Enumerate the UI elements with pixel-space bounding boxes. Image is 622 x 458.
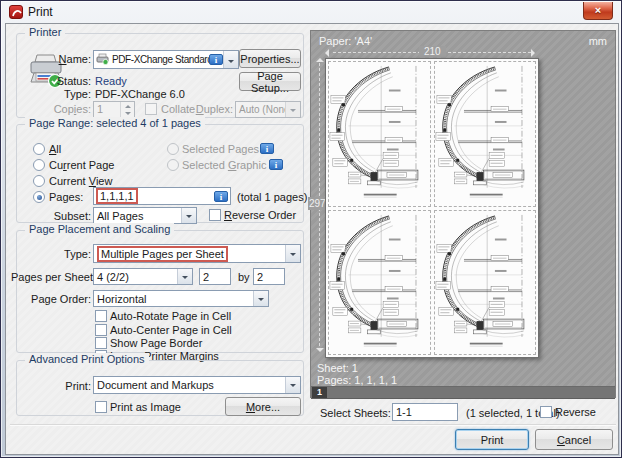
pages-radio[interactable] xyxy=(33,191,45,203)
copies-value: 1 xyxy=(94,102,120,117)
print-button[interactable]: Print xyxy=(455,429,529,450)
duplex-value: Auto (None) xyxy=(236,104,285,115)
copies-up-icon[interactable] xyxy=(121,102,134,110)
placement-type-annotation: Multiple Pages per Sheet xyxy=(97,246,228,262)
advanced-group: Advanced Print Options Print: Document a… xyxy=(16,360,304,416)
mini-printer-icon xyxy=(96,53,109,67)
advanced-print-dropdown-arrow-icon[interactable] xyxy=(285,377,300,393)
close-button[interactable]: × xyxy=(583,2,613,20)
reverse-order-checkbox[interactable] xyxy=(209,209,221,221)
grid-rows-input[interactable] xyxy=(253,268,285,285)
properties-button[interactable]: Properties... xyxy=(239,49,301,68)
pages-info-icon[interactable]: i xyxy=(214,191,228,202)
preview-cells xyxy=(327,60,537,356)
pages-per-sheet-label: Pages per Sheet: xyxy=(11,271,91,283)
duplex-dropdown-arrow-icon xyxy=(285,102,300,117)
subset-dropdown-arrow-icon[interactable] xyxy=(181,208,196,223)
status-label: Status: xyxy=(55,75,91,87)
selected-pages-label: Selected Pages xyxy=(182,143,259,155)
paper-size-label: Paper: 'A4' xyxy=(319,35,372,47)
paper-height-value: 297 xyxy=(308,197,327,210)
collate-checkbox[interactable] xyxy=(145,103,157,115)
print-as-image-label: Print as Image xyxy=(110,401,181,413)
preview-page-cell xyxy=(434,61,537,207)
pages-label: Pages: xyxy=(49,191,83,203)
placement-type-dropdown-arrow-icon[interactable] xyxy=(285,245,300,262)
status-value: Ready xyxy=(95,75,127,87)
dialog-content: Printer Name: PDF-XChange Stan xyxy=(5,23,619,455)
printer-name-combobox[interactable]: PDF-XChange Standard V6 i xyxy=(93,50,239,69)
duplex-combobox[interactable]: Auto (None) xyxy=(235,101,301,118)
preview-page-cell xyxy=(328,210,431,356)
page-setup-button[interactable]: Page Setup... xyxy=(239,72,301,91)
printer-dropdown-arrow-icon[interactable] xyxy=(223,51,238,68)
printer-group-label: Printer xyxy=(25,26,65,38)
printer-type-value: PDF-XChange 6.0 xyxy=(95,88,185,100)
subset-value: All Pages xyxy=(94,210,181,222)
sheet-info: Sheet: 1 xyxy=(317,362,358,374)
advanced-print-value: Document and Markups xyxy=(94,379,285,391)
all-label: All xyxy=(49,143,61,155)
pages-per-sheet-dropdown-arrow-icon[interactable] xyxy=(177,269,192,284)
sheet-tab-strip: 1 xyxy=(311,386,615,399)
printer-info-icon[interactable]: i xyxy=(209,54,223,65)
pages-value-annotation: 1,1,1,1 xyxy=(96,188,138,204)
advanced-print-combobox[interactable]: Document and Markups xyxy=(93,376,301,394)
selected-graphic-radio[interactable] xyxy=(167,159,179,171)
footer-divider xyxy=(10,424,616,426)
window-title: Print xyxy=(28,5,53,19)
select-sheets-label: Select Sheets: xyxy=(320,407,391,419)
current-page-radio[interactable] xyxy=(33,159,45,171)
placement-type-label: Type: xyxy=(57,248,91,260)
duplex-label: Duplex: xyxy=(185,103,233,115)
preview-page-cell xyxy=(328,61,431,207)
copies-stepper[interactable]: 1 xyxy=(93,101,135,118)
auto-rotate-label: Auto-Rotate Page in Cell xyxy=(110,310,231,322)
subset-label: Subset: xyxy=(53,210,91,222)
grid-columns-input[interactable] xyxy=(199,268,231,285)
auto-rotate-checkbox[interactable] xyxy=(95,310,107,322)
by-label: by xyxy=(238,271,250,283)
current-page-label: Current Page xyxy=(49,159,114,171)
pages-input[interactable]: 1,1,1,1 i xyxy=(93,187,231,205)
print-as-image-checkbox[interactable] xyxy=(95,401,107,413)
auto-center-label: Auto-Center Page in Cell xyxy=(110,324,232,336)
page-order-dropdown-arrow-icon[interactable] xyxy=(253,291,268,306)
page-order-label: Page Order: xyxy=(31,293,91,305)
units-label: mm xyxy=(589,35,607,47)
current-view-radio[interactable] xyxy=(33,175,45,187)
placement-group-label: Page Placement and Scaling xyxy=(25,223,174,235)
preview-page-cell xyxy=(434,210,537,356)
reverse-label: Reverse xyxy=(555,406,596,418)
paper-width-value: 210 xyxy=(419,46,446,57)
more-button[interactable]: More... xyxy=(225,397,301,416)
sheet-tab-1[interactable]: 1 xyxy=(312,387,327,398)
printer-group: Printer Name: PDF-XChange Stan xyxy=(16,33,304,118)
copies-label: Copies: xyxy=(45,103,91,115)
placement-type-combobox[interactable]: Multiple Pages per Sheet xyxy=(93,244,301,263)
printer-name-label: Name: xyxy=(37,53,91,65)
selected-graphic-label: Selected Graphic xyxy=(182,159,266,171)
selected-pages-radio[interactable] xyxy=(167,143,179,155)
print-dialog-window: Print × Printer Name: xyxy=(0,0,622,458)
cancel-button[interactable]: Cancel xyxy=(535,429,613,450)
select-sheets-input[interactable] xyxy=(392,403,458,421)
printer-type-label: Type: xyxy=(63,88,91,100)
subset-combobox[interactable]: All Pages xyxy=(93,207,197,224)
pages-total-label: (total 1 pages) xyxy=(237,191,307,203)
selected-graphic-info-icon[interactable]: i xyxy=(269,159,283,170)
paper-preview xyxy=(325,58,539,358)
pages-per-sheet-combobox[interactable]: 4 (2/2) xyxy=(93,268,193,285)
auto-center-checkbox[interactable] xyxy=(95,324,107,336)
page-order-combobox[interactable]: Horizontal xyxy=(93,290,269,307)
advanced-print-label: Print: xyxy=(57,380,91,392)
all-radio[interactable] xyxy=(33,143,45,155)
show-page-border-checkbox[interactable] xyxy=(95,337,107,349)
app-icon xyxy=(9,5,23,19)
advanced-group-label: Advanced Print Options xyxy=(25,353,149,365)
current-view-label: Current View xyxy=(49,175,112,187)
reverse-checkbox[interactable] xyxy=(540,406,552,418)
selected-pages-info-icon[interactable]: i xyxy=(260,143,274,154)
reverse-order-label: Reverse Order xyxy=(224,209,296,221)
page-range-group-label: Page Range: selected 4 of 1 pages xyxy=(25,117,205,129)
